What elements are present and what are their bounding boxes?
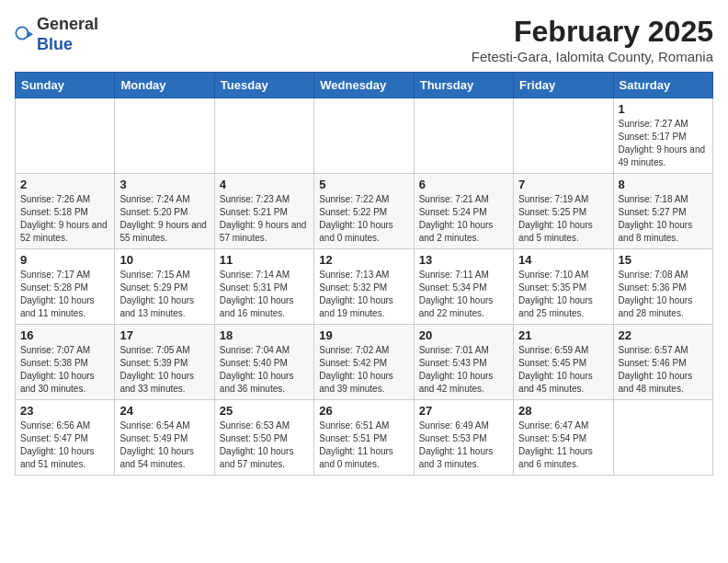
day-info: Sunrise: 7:11 AM Sunset: 5:34 PM Dayligh… [419,269,508,320]
day-info: Sunrise: 7:27 AM Sunset: 5:17 PM Dayligh… [619,118,708,169]
day-info: Sunrise: 7:07 AM Sunset: 5:38 PM Dayligh… [20,344,109,396]
day-cell: 1Sunrise: 7:27 AM Sunset: 5:17 PM Daylig… [613,98,712,174]
day-info: Sunrise: 7:24 AM Sunset: 5:20 PM Dayligh… [119,193,209,245]
weekday-header-monday: Monday [115,73,214,98]
day-number: 25 [220,404,309,418]
day-cell: 5Sunrise: 7:22 AM Sunset: 5:22 PM Daylig… [314,174,414,249]
day-cell: 4Sunrise: 7:23 AM Sunset: 5:21 PM Daylig… [214,174,313,249]
day-info: Sunrise: 7:01 AM Sunset: 5:43 PM Dayligh… [419,344,508,396]
day-number: 22 [619,328,708,342]
day-info: Sunrise: 6:53 AM Sunset: 5:50 PM Dayligh… [220,419,309,471]
weekday-header-friday: Friday [514,73,613,98]
day-cell: 20Sunrise: 7:01 AM Sunset: 5:43 PM Dayli… [414,325,513,400]
day-cell: 28Sunrise: 6:47 AM Sunset: 5:54 PM Dayli… [514,400,613,476]
weekday-header-saturday: Saturday [613,73,712,98]
day-info: Sunrise: 7:17 AM Sunset: 5:28 PM Dayligh… [20,269,109,320]
day-cell [613,400,712,476]
day-cell: 19Sunrise: 7:02 AM Sunset: 5:42 PM Dayli… [314,325,414,400]
day-number: 27 [419,404,508,418]
day-number: 17 [119,328,209,342]
day-cell: 6Sunrise: 7:21 AM Sunset: 5:24 PM Daylig… [414,174,513,249]
day-info: Sunrise: 7:02 AM Sunset: 5:42 PM Dayligh… [319,344,408,396]
day-number: 13 [419,253,508,267]
day-number: 16 [20,328,109,342]
day-number: 7 [518,178,608,191]
day-number: 1 [619,102,708,116]
day-cell [115,98,214,174]
day-info: Sunrise: 7:14 AM Sunset: 5:31 PM Dayligh… [220,269,309,320]
logo: General Blue [15,15,98,54]
day-cell: 14Sunrise: 7:10 AM Sunset: 5:35 PM Dayli… [514,249,613,325]
day-number: 28 [518,404,608,418]
day-info: Sunrise: 7:22 AM Sunset: 5:22 PM Dayligh… [319,193,408,245]
svg-point-0 [16,27,28,39]
day-info: Sunrise: 6:47 AM Sunset: 5:54 PM Dayligh… [518,419,608,471]
weekday-header-tuesday: Tuesday [214,73,313,98]
logo-icon [15,26,33,44]
day-cell: 25Sunrise: 6:53 AM Sunset: 5:50 PM Dayli… [214,400,313,476]
day-cell [214,98,313,174]
day-info: Sunrise: 6:56 AM Sunset: 5:47 PM Dayligh… [20,419,109,471]
week-row-2: 2Sunrise: 7:26 AM Sunset: 5:18 PM Daylig… [16,174,713,249]
day-cell: 10Sunrise: 7:15 AM Sunset: 5:29 PM Dayli… [115,249,214,325]
day-number: 26 [319,404,408,418]
day-number: 2 [20,178,109,191]
day-number: 3 [119,178,209,191]
day-number: 5 [319,178,408,191]
day-cell: 8Sunrise: 7:18 AM Sunset: 5:27 PM Daylig… [613,174,712,249]
day-number: 11 [220,253,309,267]
day-cell: 7Sunrise: 7:19 AM Sunset: 5:25 PM Daylig… [514,174,613,249]
day-cell [16,98,115,174]
day-cell: 26Sunrise: 6:51 AM Sunset: 5:51 PM Dayli… [314,400,414,476]
month-title: February 2025 [472,15,713,49]
day-number: 14 [518,253,608,267]
day-cell: 13Sunrise: 7:11 AM Sunset: 5:34 PM Dayli… [414,249,513,325]
day-info: Sunrise: 7:26 AM Sunset: 5:18 PM Dayligh… [20,193,109,245]
weekday-header-sunday: Sunday [16,73,115,98]
day-cell: 24Sunrise: 6:54 AM Sunset: 5:49 PM Dayli… [115,400,214,476]
location-title: Fetesti-Gara, Ialomita County, Romania [472,49,713,64]
day-info: Sunrise: 7:05 AM Sunset: 5:39 PM Dayligh… [119,344,209,396]
day-info: Sunrise: 6:57 AM Sunset: 5:46 PM Dayligh… [619,344,708,396]
header: General Blue February 2025 Fetesti-Gara,… [15,15,713,64]
day-info: Sunrise: 6:51 AM Sunset: 5:51 PM Dayligh… [319,419,408,471]
day-cell: 2Sunrise: 7:26 AM Sunset: 5:18 PM Daylig… [16,174,115,249]
day-number: 24 [119,404,209,418]
day-cell [314,98,414,174]
title-area: February 2025 Fetesti-Gara, Ialomita Cou… [472,15,713,64]
day-number: 12 [319,253,408,267]
day-cell: 12Sunrise: 7:13 AM Sunset: 5:32 PM Dayli… [314,249,414,325]
day-cell: 21Sunrise: 6:59 AM Sunset: 5:45 PM Dayli… [514,325,613,400]
day-cell: 27Sunrise: 6:49 AM Sunset: 5:53 PM Dayli… [414,400,513,476]
day-info: Sunrise: 7:08 AM Sunset: 5:36 PM Dayligh… [619,269,708,320]
weekday-header-thursday: Thursday [414,73,513,98]
weekday-header-wednesday: Wednesday [314,73,414,98]
day-cell [414,98,513,174]
day-number: 23 [20,404,109,418]
day-cell: 11Sunrise: 7:14 AM Sunset: 5:31 PM Dayli… [214,249,313,325]
logo-blue-text: Blue [37,35,73,53]
day-info: Sunrise: 7:04 AM Sunset: 5:40 PM Dayligh… [220,344,309,396]
day-info: Sunrise: 7:10 AM Sunset: 5:35 PM Dayligh… [518,269,608,320]
day-number: 15 [619,253,708,267]
day-cell: 23Sunrise: 6:56 AM Sunset: 5:47 PM Dayli… [16,400,115,476]
day-info: Sunrise: 7:19 AM Sunset: 5:25 PM Dayligh… [518,193,608,245]
day-info: Sunrise: 7:15 AM Sunset: 5:29 PM Dayligh… [119,269,209,320]
day-number: 18 [220,328,309,342]
day-info: Sunrise: 6:59 AM Sunset: 5:45 PM Dayligh… [518,344,608,396]
day-cell [514,98,613,174]
week-row-3: 9Sunrise: 7:17 AM Sunset: 5:28 PM Daylig… [16,249,713,325]
day-info: Sunrise: 7:13 AM Sunset: 5:32 PM Dayligh… [319,269,408,320]
day-cell: 9Sunrise: 7:17 AM Sunset: 5:28 PM Daylig… [16,249,115,325]
logo-general-text: General [37,15,98,33]
week-row-4: 16Sunrise: 7:07 AM Sunset: 5:38 PM Dayli… [16,325,713,400]
day-info: Sunrise: 6:54 AM Sunset: 5:49 PM Dayligh… [119,419,209,471]
day-number: 4 [220,178,309,191]
svg-marker-1 [27,30,33,38]
day-number: 6 [419,178,508,191]
day-cell: 15Sunrise: 7:08 AM Sunset: 5:36 PM Dayli… [613,249,712,325]
day-cell: 3Sunrise: 7:24 AM Sunset: 5:20 PM Daylig… [115,174,214,249]
day-info: Sunrise: 7:18 AM Sunset: 5:27 PM Dayligh… [619,193,708,245]
day-number: 8 [619,178,708,191]
week-row-5: 23Sunrise: 6:56 AM Sunset: 5:47 PM Dayli… [16,400,713,476]
